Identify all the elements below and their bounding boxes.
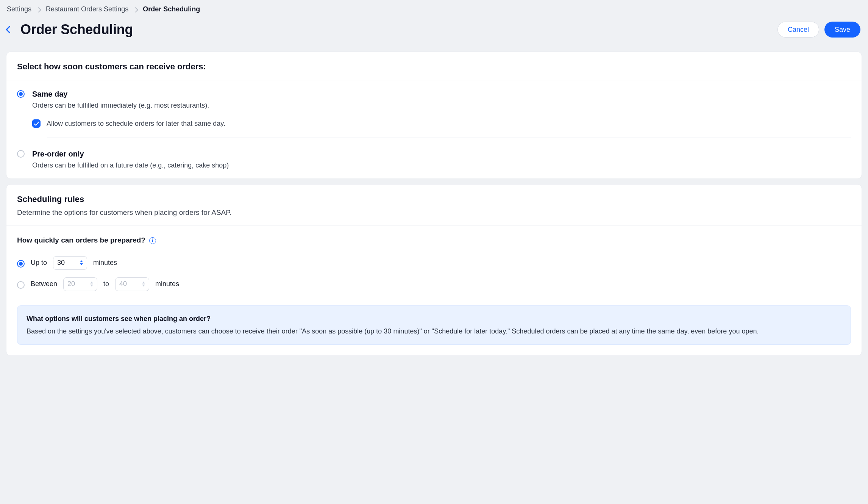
page-title: Order Scheduling	[20, 20, 133, 39]
callout-customer-options: What options will customers see when pla…	[17, 305, 851, 345]
radio-pre-order[interactable]	[17, 150, 25, 158]
option-same-day[interactable]: Same day Orders can be fulfilled immedia…	[6, 80, 862, 146]
divider	[47, 138, 851, 138]
callout-title: What options will customers see when pla…	[27, 314, 841, 324]
back-icon[interactable]	[6, 26, 13, 33]
callout-body: Based on the settings you've selected ab…	[27, 327, 841, 336]
card-title: Select how soon customers can receive or…	[17, 61, 851, 73]
stepper-value: 30	[57, 258, 65, 268]
label-up-to-prefix: Up to	[31, 258, 47, 268]
breadcrumb-restaurant-orders-settings[interactable]: Restaurant Orders Settings	[46, 5, 128, 14]
cancel-button[interactable]: Cancel	[777, 22, 819, 38]
option-title: Same day	[32, 89, 851, 99]
stepper-arrows-icon[interactable]	[142, 282, 145, 286]
stepper-between-from[interactable]: 20	[63, 277, 97, 291]
card-title: Scheduling rules	[17, 194, 851, 205]
label-between-prefix: Between	[31, 279, 57, 289]
card-receive-timing: Select how soon customers can receive or…	[6, 52, 862, 179]
breadcrumb: Settings Restaurant Orders Settings Orde…	[3, 0, 865, 19]
label-up-to-suffix: minutes	[93, 258, 117, 268]
checkbox-allow-later-label: Allow customers to schedule orders for l…	[47, 119, 225, 128]
radio-up-to[interactable]	[17, 260, 25, 268]
prep-time-question: How quickly can orders be prepared?	[17, 235, 145, 246]
option-desc: Orders can be fulfilled immediately (e.g…	[32, 101, 851, 110]
stepper-arrows-icon[interactable]	[90, 282, 93, 286]
card-scheduling-rules: Scheduling rules Determine the options f…	[6, 184, 862, 356]
stepper-arrows-icon[interactable]	[80, 260, 83, 265]
label-between-to-word: to	[103, 279, 109, 289]
option-pre-order[interactable]: Pre-order only Orders can be fulfilled o…	[6, 146, 862, 178]
option-between[interactable]: Between 20 to 40 minutes	[17, 274, 851, 295]
option-title: Pre-order only	[32, 149, 851, 159]
info-icon[interactable]: i	[149, 237, 156, 244]
label-between-suffix: minutes	[155, 279, 179, 289]
option-up-to[interactable]: Up to 30 minutes	[17, 252, 851, 274]
checkbox-allow-later[interactable]	[32, 119, 41, 128]
chevron-right-icon	[133, 7, 138, 13]
page-header: Order Scheduling Cancel Save	[3, 19, 865, 46]
stepper-up-to-minutes[interactable]: 30	[53, 256, 87, 270]
option-desc: Orders can be fulfilled on a future date…	[32, 161, 851, 170]
radio-same-day[interactable]	[17, 90, 25, 98]
breadcrumb-settings[interactable]: Settings	[7, 5, 31, 14]
card-subtitle: Determine the options for customers when…	[17, 208, 851, 218]
breadcrumb-current: Order Scheduling	[143, 5, 200, 14]
stepper-between-to[interactable]: 40	[115, 277, 149, 291]
chevron-right-icon	[36, 7, 41, 13]
stepper-value: 20	[67, 279, 75, 289]
stepper-value: 40	[119, 279, 127, 289]
save-button[interactable]: Save	[824, 22, 860, 38]
radio-between[interactable]	[17, 281, 25, 289]
